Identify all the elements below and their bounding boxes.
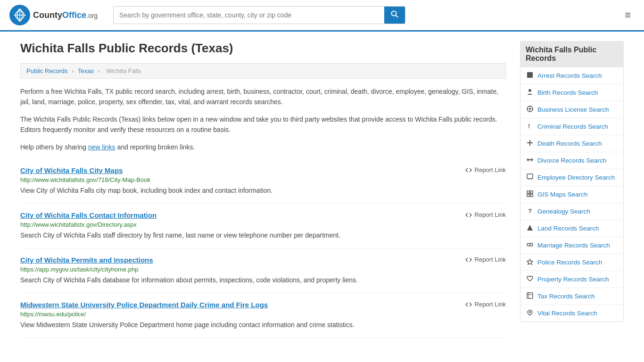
description-2: The Wichita Falls Public Records (Texas)…: [20, 114, 506, 135]
sidebar-item-employee-directory-search[interactable]: Employee Directory Search: [520, 169, 623, 186]
sidebar-icon-6: [526, 173, 534, 181]
sidebar-item-property-records-search[interactable]: Property Records Search: [520, 271, 623, 288]
description-1: Perform a free Wichita Falls, TX public …: [20, 86, 506, 107]
result-title-2[interactable]: City of Wichita Permits and Inspections: [20, 256, 153, 264]
sidebar-item-marriage-records-search[interactable]: Marriage Records Search: [520, 237, 623, 254]
sidebar-link-11[interactable]: Police Records Search: [537, 259, 602, 266]
sidebar-icon-13: [526, 292, 534, 300]
result-desc-3: View Midwestern State University Police …: [20, 320, 506, 330]
sidebar-icon-0: [526, 72, 534, 80]
result-item: Midwestern State University Police Depar…: [20, 293, 506, 338]
sidebar-item-birth-records-search[interactable]: Birth Records Search: [520, 84, 623, 101]
breadcrumb-texas[interactable]: Texas: [78, 67, 94, 74]
search-input[interactable]: [114, 7, 384, 24]
sidebar-link-8[interactable]: Genealogy Search: [537, 208, 590, 215]
sidebar-icon-7: [526, 190, 534, 198]
report-link-0[interactable]: Report Link: [465, 166, 506, 174]
sidebar-icon-9: [526, 224, 534, 232]
svg-point-38: [529, 311, 531, 313]
result-header-0: City of Wichita Falls City Maps Report L…: [20, 166, 506, 174]
sidebar-icon-12: [526, 275, 534, 283]
breadcrumb: Public Records › Texas › Wichita Falls: [20, 63, 506, 79]
result-desc-2: Search City of Wichita Falls database fo…: [20, 275, 506, 285]
sidebar: Wichita Falls Public Records Arrest Reco…: [520, 41, 624, 338]
svg-line-6: [396, 16, 398, 18]
result-title-3[interactable]: Midwestern State University Police Depar…: [20, 301, 268, 309]
sidebar-item-criminal-records-search[interactable]: ! Criminal Records Search: [520, 118, 623, 135]
sidebar-link-9[interactable]: Land Records Search: [537, 225, 599, 232]
svg-rect-23: [527, 174, 533, 179]
sidebar-item-gis-maps-search[interactable]: GIS Maps Search: [520, 186, 623, 203]
sidebar-link-12[interactable]: Property Records Search: [537, 276, 609, 283]
sidebar-link-2[interactable]: Business License Search: [537, 106, 609, 113]
search-button[interactable]: [384, 7, 405, 24]
sidebar-icon-5: [526, 156, 534, 165]
header: CountyOffice.org ≡: [0, 0, 644, 32]
sidebar-link-5[interactable]: Divorce Records Search: [537, 157, 606, 164]
svg-point-33: [530, 243, 533, 246]
sidebar-link-7[interactable]: GIS Maps Search: [537, 191, 588, 198]
sidebar-icon-10: [526, 241, 534, 249]
report-link-3[interactable]: Report Link: [465, 301, 506, 308]
svg-rect-26: [527, 191, 529, 193]
logo-area: CountyOffice.org: [9, 5, 104, 25]
svg-point-12: [528, 89, 531, 92]
result-header-1: City of Wichita Falls Contact Informatio…: [20, 211, 506, 219]
breadcrumb-public-records[interactable]: Public Records: [26, 67, 67, 74]
results-container: City of Wichita Falls City Maps Report L…: [20, 159, 506, 338]
svg-text:!: !: [528, 123, 530, 129]
sidebar-link-10[interactable]: Marriage Records Search: [537, 242, 610, 249]
result-url-1[interactable]: http://www.wichitafallstx.gov/Directory.…: [20, 221, 506, 228]
result-url-0[interactable]: http://www.wichitafallstx.gov/718/City-M…: [20, 176, 506, 183]
sidebar-link-13[interactable]: Tax Records Search: [537, 293, 595, 300]
svg-marker-31: [527, 225, 533, 230]
svg-marker-34: [527, 259, 533, 264]
result-url-3[interactable]: https://mwsu.edu/police/: [20, 311, 506, 318]
svg-point-14: [529, 108, 531, 110]
result-title-0[interactable]: City of Wichita Falls City Maps: [20, 166, 123, 174]
report-link-1[interactable]: Report Link: [465, 211, 506, 219]
sidebar-icon-1: [526, 89, 534, 97]
search-bar: [113, 6, 405, 24]
result-title-1[interactable]: City of Wichita Falls Contact Informatio…: [20, 211, 157, 219]
sidebar-item-business-license-search[interactable]: Business License Search: [520, 101, 623, 118]
sidebar-link-3[interactable]: Criminal Records Search: [537, 123, 608, 130]
logo-icon: [9, 5, 30, 25]
sidebar-link-6[interactable]: Employee Directory Search: [537, 174, 615, 181]
svg-rect-27: [530, 191, 533, 193]
sidebar-item-tax-records-search[interactable]: Tax Records Search: [520, 288, 623, 305]
result-header-2: City of Wichita Permits and Inspections …: [20, 256, 506, 264]
result-url-2[interactable]: https://app.mygov.us/task/city/cityhome.…: [20, 266, 506, 273]
sidebar-title: Wichita Falls Public Records: [520, 41, 624, 67]
breadcrumb-current: Wichita Falls: [107, 67, 141, 74]
result-desc-1: Search City of Wichita Falls staff direc…: [20, 230, 506, 240]
svg-rect-11: [527, 72, 533, 78]
description-3: Help others by sharing new links and rep…: [20, 142, 506, 152]
sidebar-link-1[interactable]: Birth Records Search: [537, 89, 598, 96]
sidebar-link-4[interactable]: Death Records Search: [537, 140, 602, 147]
sidebar-item-divorce-records-search[interactable]: Divorce Records Search: [520, 152, 623, 169]
sidebar-item-death-records-search[interactable]: Death Records Search: [520, 135, 623, 152]
sidebar-item-police-records-search[interactable]: Police Records Search: [520, 254, 623, 271]
svg-text:?: ?: [528, 207, 532, 214]
new-links-link[interactable]: new links: [88, 143, 116, 151]
sidebar-item-genealogy-search[interactable]: ? Genealogy Search: [520, 203, 623, 220]
sidebar-link-14[interactable]: Vital Records Search: [537, 310, 597, 317]
sidebar-item-arrest-records-search[interactable]: Arrest Records Search: [520, 67, 623, 84]
sidebar-items: Arrest Records Search Birth Records Sear…: [520, 67, 624, 322]
result-item: City of Wichita Permits and Inspections …: [20, 248, 506, 293]
sidebar-icon-4: [526, 140, 534, 148]
sidebar-item-land-records-search[interactable]: Land Records Search: [520, 220, 623, 237]
result-header-3: Midwestern State University Police Depar…: [20, 301, 506, 309]
sidebar-icon-14: [526, 309, 534, 317]
sidebar-icon-11: [526, 258, 534, 266]
logo-text: CountyOffice.org: [33, 10, 98, 20]
page-title: Wichita Falls Public Records (Texas): [20, 41, 506, 56]
menu-icon[interactable]: ≡: [621, 7, 635, 23]
main-container: Wichita Falls Public Records (Texas) Pub…: [11, 32, 633, 347]
sidebar-item-vital-records-search[interactable]: Vital Records Search: [520, 305, 623, 321]
sidebar-link-0[interactable]: Arrest Records Search: [537, 72, 602, 79]
report-link-2[interactable]: Report Link: [465, 256, 506, 263]
result-item: City of Wichita Falls City Maps Report L…: [20, 159, 506, 204]
sidebar-icon-2: [526, 106, 534, 114]
